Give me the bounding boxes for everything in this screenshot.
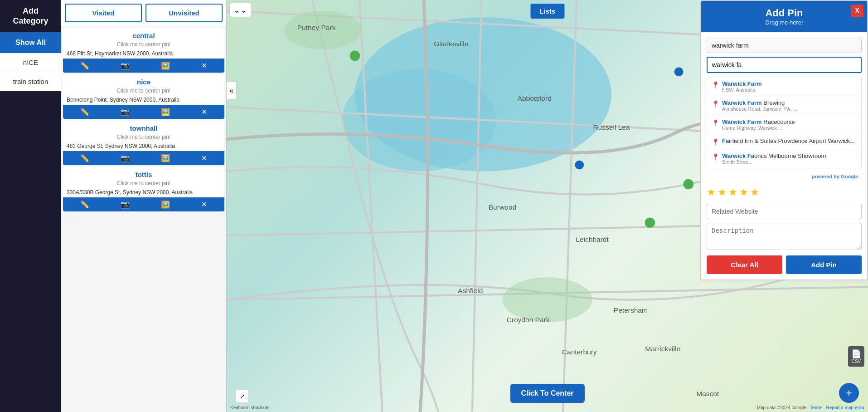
show-all-button[interactable]: Show All	[0, 32, 61, 53]
add-pin-title: Add Pin	[708, 7, 861, 19]
star-2[interactable]: ★	[718, 186, 727, 198]
list-item-townhall: townhall Click me to center pin! 483 Geo…	[63, 121, 224, 165]
image-icon-nice[interactable]: 🖼️	[158, 107, 173, 117]
svg-text:Canterbury: Canterbury	[562, 348, 597, 356]
edit-icon-nice[interactable]: ✏️	[78, 107, 92, 117]
expand-bottom-button[interactable]: ⤢	[236, 390, 249, 403]
search-input[interactable]	[707, 57, 862, 73]
add-pin-header: Add Pin Drag me here! X	[701, 1, 867, 32]
autocomplete-item-3[interactable]: 📍 Fairfield Inn & Suites Providence Airp…	[707, 134, 861, 149]
star-5[interactable]: ★	[750, 186, 759, 198]
list-item-actions-townhall: ✏️ 📷 🖼️ ✕	[63, 151, 224, 165]
delete-icon-nice[interactable]: ✕	[199, 107, 210, 117]
chevron-down-button[interactable]: ⌄⌄	[229, 3, 251, 17]
svg-text:Putney Park: Putney Park	[297, 24, 336, 31]
delete-icon-townhall[interactable]: ✕	[199, 153, 210, 163]
star-3[interactable]: ★	[728, 186, 737, 198]
add-category-button[interactable]: Add Category	[0, 0, 61, 32]
camera-icon-tottis[interactable]: 📷	[118, 199, 132, 210]
list-item-nice: nice Click me to center pin! Bennelong P…	[63, 74, 224, 119]
list-item-actions-tottis: ✏️ 📷 🖼️ ✕	[63, 197, 224, 211]
camera-icon-central[interactable]: 📷	[118, 60, 132, 71]
image-icon-central[interactable]: 🖼️	[158, 60, 173, 71]
add-pin-fab-button[interactable]: +	[839, 383, 859, 403]
svg-point-37	[674, 67, 684, 76]
powered-by-text: powered by	[812, 174, 839, 179]
autocomplete-text-0: Warwick Farm NSW, Australia	[722, 80, 762, 93]
location-pin-icon-2: 📍	[712, 119, 719, 127]
svg-text:Ashfield: Ashfield	[458, 287, 483, 294]
list-item-title-tottis[interactable]: tottis	[63, 167, 224, 179]
autocomplete-item-2[interactable]: 📍 Warwick Farm Racecourse Hume Highway, …	[707, 115, 861, 134]
unvisited-tab[interactable]: Unvisited	[145, 4, 223, 22]
powered-by-brand: Google	[841, 174, 858, 179]
tab-row: Visited Unvisited	[61, 0, 226, 26]
svg-point-32	[645, 217, 655, 228]
svg-text:Burwood: Burwood	[489, 203, 516, 211]
file-icon: 📄	[850, 349, 863, 359]
list-item-subtitle-nice[interactable]: Click me to center pin!	[63, 87, 224, 96]
collapse-panel-button[interactable]: «	[227, 82, 237, 100]
csv-download-button[interactable]: 📄 CSV	[848, 346, 864, 367]
list-item-title-townhall[interactable]: townhall	[63, 121, 224, 133]
autocomplete-text-4: Warwick Fabrics Melbourne Showroom Smith…	[722, 152, 826, 165]
list-panel: Visited Unvisited central Click me to ce…	[61, 0, 227, 412]
clear-all-button[interactable]: Clear All	[707, 255, 782, 274]
autocomplete-item-1[interactable]: 📍 Warwick Farm Brewing Almshouse Road, J…	[707, 96, 861, 115]
add-pin-subtitle: Drag me here!	[708, 19, 861, 26]
image-icon-townhall[interactable]: 🖼️	[158, 153, 173, 163]
list-items-container: central Click me to center pin! 468 Pitt…	[61, 26, 226, 213]
add-pin-button[interactable]: Add Pin	[786, 255, 862, 274]
lists-button[interactable]: Lists	[530, 4, 564, 19]
action-row: Clear All Add Pin	[707, 255, 862, 274]
sidebar-item-train-station[interactable]: train station	[0, 72, 61, 91]
star-1[interactable]: ★	[707, 186, 716, 198]
location-display: warwick farm	[707, 38, 862, 53]
svg-point-30	[350, 51, 360, 61]
delete-icon-tottis[interactable]: ✕	[199, 199, 210, 210]
svg-text:Gladesville: Gladesville	[434, 40, 468, 48]
list-item-title-nice[interactable]: nice	[63, 74, 224, 87]
svg-text:Petersham: Petersham	[614, 306, 648, 314]
svg-text:Croydon Park: Croydon Park	[507, 316, 550, 324]
powered-by-google: powered by Google	[707, 172, 862, 181]
related-website-input[interactable]	[707, 204, 862, 219]
list-item-address-tottis: 330A/330B George St, Sydney NSW 2000, Au…	[63, 188, 224, 197]
terms-link[interactable]: Terms	[810, 405, 822, 410]
autocomplete-item-0[interactable]: 📍 Warwick Farm NSW, Australia	[707, 77, 861, 96]
click-to-center-button[interactable]: Click To Center	[510, 384, 584, 403]
star-4[interactable]: ★	[739, 186, 748, 198]
svg-text:Marrickville: Marrickville	[645, 345, 680, 353]
list-item-subtitle-tottis[interactable]: Click me to center pin!	[63, 179, 224, 188]
delete-icon-central[interactable]: ✕	[199, 60, 210, 71]
edit-icon-tottis[interactable]: ✏️	[78, 199, 92, 210]
autocomplete-item-4[interactable]: 📍 Warwick Fabrics Melbourne Showroom Smi…	[707, 149, 861, 168]
visited-tab[interactable]: Visited	[65, 4, 142, 22]
camera-icon-townhall[interactable]: 📷	[118, 153, 132, 163]
edit-icon-central[interactable]: ✏️	[78, 60, 92, 71]
sidebar: Add Category Show All nICE train station	[0, 0, 61, 412]
list-item-central: central Click me to center pin! 468 Pitt…	[63, 28, 224, 73]
svg-point-36	[575, 161, 584, 170]
camera-icon-nice[interactable]: 📷	[118, 107, 132, 117]
close-add-pin-button[interactable]: X	[851, 5, 863, 17]
attribution-text: Map data ©2024 Google	[757, 405, 809, 410]
list-item-subtitle-central[interactable]: Click me to center pin!	[63, 40, 224, 49]
image-icon-tottis[interactable]: 🖼️	[158, 199, 173, 210]
svg-text:Russell Lea: Russell Lea	[593, 123, 630, 131]
svg-text:Leichhardt: Leichhardt	[576, 235, 609, 243]
list-item-actions-central: ✏️ 📷 🖼️ ✕	[63, 59, 224, 73]
list-item-title-central[interactable]: central	[63, 28, 224, 40]
svg-point-31	[683, 179, 693, 190]
svg-text:Mascot: Mascot	[696, 390, 719, 397]
sidebar-item-nice[interactable]: nICE	[0, 53, 61, 72]
autocomplete-text-1: Warwick Farm Brewing Almshouse Road, Jam…	[722, 99, 797, 112]
location-pin-icon-3: 📍	[712, 138, 719, 146]
report-error-link[interactable]: Report a map error	[826, 405, 864, 410]
autocomplete-text-3: Fairfield Inn & Suites Providence Airpor…	[722, 137, 855, 144]
list-item-subtitle-townhall[interactable]: Click me to center pin!	[63, 133, 224, 142]
autocomplete-text-2: Warwick Farm Racecourse Hume Highway, Wa…	[722, 118, 795, 131]
svg-text:Abbotsford: Abbotsford	[518, 94, 552, 102]
edit-icon-townhall[interactable]: ✏️	[78, 153, 92, 163]
description-input[interactable]	[707, 223, 862, 250]
